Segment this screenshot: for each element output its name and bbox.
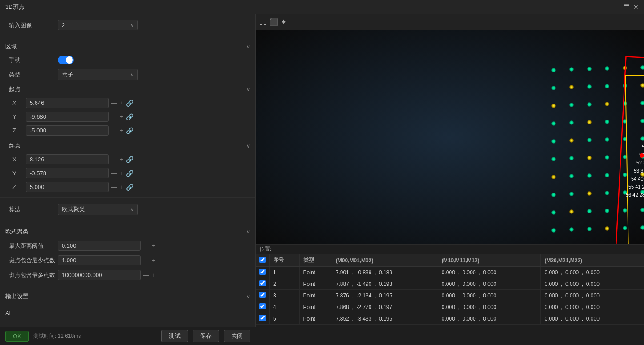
end-z-link-icon[interactable]: 🔗: [126, 184, 133, 191]
svg-text:53 39 25 11: 53 39 25 11: [634, 168, 644, 173]
move-icon[interactable]: ⛶: [259, 18, 266, 26]
min-pts-dec-icon[interactable]: —: [143, 257, 149, 264]
end-z-input[interactable]: [26, 182, 109, 192]
row-checkbox[interactable]: [259, 280, 266, 286]
input-image-select[interactable]: 2 ∨: [58, 20, 138, 30]
svg-point-154: [569, 227, 574, 232]
end-y-label: Y: [12, 170, 26, 177]
start-x-controls: — + 🔗: [26, 98, 133, 108]
svg-point-156: [605, 226, 609, 231]
euclidean-label: 欧式聚类: [5, 228, 28, 236]
max-dist-inc-icon[interactable]: +: [152, 242, 155, 249]
test-button[interactable]: 测试: [161, 330, 188, 342]
titlebar: 3D斑点 🗖 ✕: [0, 0, 644, 14]
start-x-inc-icon[interactable]: +: [120, 100, 123, 106]
close-button[interactable]: ✕: [633, 4, 639, 11]
svg-point-35: [569, 103, 574, 107]
window-title: 3D斑点: [5, 3, 24, 11]
end-z-inc-icon[interactable]: +: [120, 184, 123, 190]
col-m00-header: (M00,M01,M02): [332, 254, 438, 267]
max-pts-input[interactable]: [58, 270, 141, 280]
start-chevron-icon: ∨: [246, 87, 250, 92]
row-m20: 0.000 , 0.000 , 0.000: [541, 278, 644, 290]
svg-point-186: [640, 153, 644, 158]
select-all-checkbox[interactable]: [259, 257, 266, 263]
end-y-input[interactable]: [26, 168, 109, 178]
manual-toggle[interactable]: [58, 56, 74, 64]
max-dist-input[interactable]: [58, 241, 141, 251]
max-dist-dec-icon[interactable]: —: [143, 242, 149, 249]
end-x-input[interactable]: [26, 154, 109, 164]
svg-point-122: [605, 191, 609, 195]
region-header[interactable]: 区域 ∨: [5, 40, 250, 53]
min-pts-input[interactable]: [58, 255, 141, 265]
table-row: 2 Point 7.887 , -1.490 , 0.193 0.000 , 0…: [256, 278, 644, 290]
row-checkbox[interactable]: [259, 303, 266, 309]
row-checkbox[interactable]: [259, 315, 266, 321]
status-bar: 位置:: [256, 244, 644, 254]
svg-text:56 42 28 14: 56 42 28 14: [626, 192, 644, 197]
row-id: 2: [270, 278, 300, 290]
start-x-input[interactable]: [26, 98, 109, 108]
start-z-inc-icon[interactable]: +: [120, 127, 123, 134]
end-y-inc-icon[interactable]: +: [120, 170, 123, 177]
end-z-dec-icon[interactable]: —: [111, 184, 117, 190]
minimize-button[interactable]: 🗖: [624, 4, 630, 11]
table-row: 4 Point 7.868 , -2.779 , 0.197 0.000 , 0…: [256, 301, 644, 313]
bottom-bar: OK 测试时间: 12.618ms 测试 保存 关闭: [0, 327, 256, 345]
start-z-input[interactable]: [26, 125, 109, 136]
end-x-controls: — + 🔗: [26, 154, 133, 164]
svg-point-103: [569, 174, 574, 178]
row-m20: 0.000 , 0.000 , 0.000: [541, 313, 644, 325]
target-icon[interactable]: ✦: [281, 18, 286, 26]
end-x-inc-icon[interactable]: +: [120, 156, 123, 163]
start-y-link-icon[interactable]: 🔗: [126, 113, 133, 120]
algorithm-section: 算法 欧式聚类 ∨: [0, 198, 255, 221]
row-m00: 7.901 , -0.839 , 0.189: [332, 267, 438, 278]
svg-point-139: [605, 209, 609, 213]
save-button[interactable]: 保存: [193, 330, 219, 342]
svg-point-54: [605, 120, 609, 124]
max-pts-inc-icon[interactable]: +: [152, 272, 155, 278]
svg-point-73: [640, 136, 644, 141]
row-m20: 0.000 , 0.000 , 0.000: [541, 301, 644, 313]
row-m00: 7.887 , -1.490 , 0.193: [332, 278, 438, 290]
start-y-inc-icon[interactable]: +: [120, 113, 123, 120]
row-m10: 0.000 , 0.000 , 0.000: [438, 301, 541, 313]
end-section-header[interactable]: 终点 ∨: [5, 139, 250, 152]
start-y-input[interactable]: [26, 112, 109, 122]
start-y-dec-icon[interactable]: —: [111, 113, 117, 120]
cube-icon[interactable]: ⬛: [269, 18, 278, 26]
col-type-header: 类型: [299, 254, 332, 267]
start-section-header[interactable]: 起点 ∨: [5, 83, 250, 96]
start-z-link-icon[interactable]: 🔗: [126, 127, 133, 134]
start-z-controls: — + 🔗: [26, 125, 133, 136]
start-x-dec-icon[interactable]: —: [111, 100, 117, 106]
min-pts-inc-icon[interactable]: +: [152, 257, 155, 264]
output-header[interactable]: 输出设置 ∨: [5, 290, 250, 303]
row-checkbox[interactable]: [259, 269, 266, 275]
left-panel: 输入图像 2 ∨ 区域 ∨ 手动: [0, 14, 256, 345]
end-x-link-icon[interactable]: 🔗: [126, 156, 133, 163]
euclidean-header[interactable]: 欧式聚类 ∨: [5, 225, 250, 238]
algorithm-select[interactable]: 欧式聚类 ∨: [58, 204, 138, 215]
row-checkbox[interactable]: [259, 292, 266, 298]
type-select[interactable]: 盒子 ∨: [58, 69, 138, 80]
ok-button[interactable]: OK: [5, 331, 29, 342]
end-y-link-icon[interactable]: 🔗: [126, 170, 133, 177]
start-x-link-icon[interactable]: 🔗: [126, 100, 133, 107]
svg-point-105: [605, 173, 609, 177]
close-button-panel[interactable]: 关闭: [224, 330, 250, 342]
data-table-container[interactable]: 序号 类型 (M00,M01,M02) (M10,M11,M12) (M20,M…: [256, 254, 644, 345]
max-pts-dec-icon[interactable]: —: [143, 272, 149, 278]
start-x-row: X — + 🔗: [5, 96, 250, 110]
max-pts-label: 斑点包含最多点数: [9, 271, 58, 279]
svg-point-39: [640, 101, 644, 105]
max-dist-label: 最大距离阈值: [9, 242, 58, 250]
start-label: 起点: [9, 85, 20, 93]
start-z-dec-icon[interactable]: —: [111, 127, 117, 134]
end-x-dec-icon[interactable]: —: [111, 156, 117, 163]
type-chevron-icon: ∨: [130, 72, 134, 78]
row-type: Point: [299, 290, 332, 301]
end-y-dec-icon[interactable]: —: [111, 170, 117, 177]
